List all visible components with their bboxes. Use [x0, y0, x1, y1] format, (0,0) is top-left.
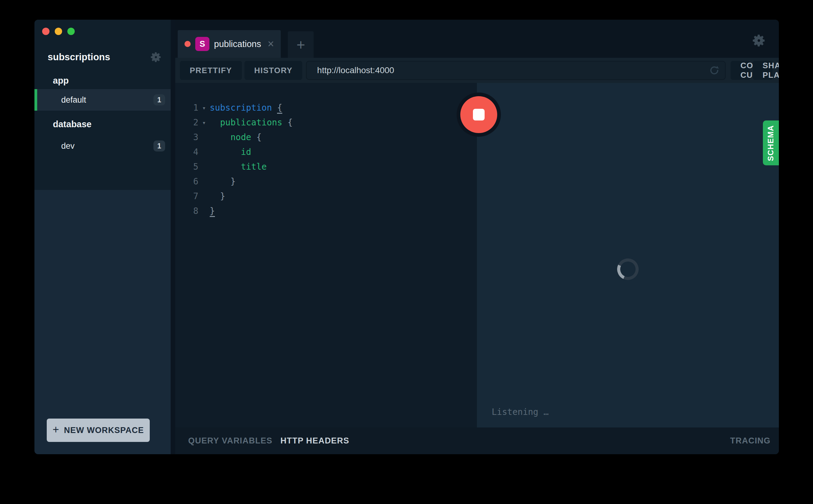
code-line: 2▾ publications { — [175, 115, 477, 130]
code-text: subscription { — [210, 100, 282, 115]
workspace-section-database: database — [34, 118, 171, 130]
code-text: title — [210, 159, 266, 174]
history-button[interactable]: HISTORY — [244, 61, 302, 80]
line-number: 1 — [175, 100, 198, 115]
code-line: 4 id — [175, 145, 477, 159]
session-count-badge: 1 — [153, 140, 165, 152]
session-count-badge: 1 — [153, 94, 165, 105]
minimize-window-button[interactable] — [55, 28, 62, 35]
new-workspace-button[interactable]: + NEW WORKSPACE — [47, 419, 150, 442]
stop-subscription-button[interactable] — [460, 96, 497, 133]
window-controls — [34, 20, 171, 35]
code-text: id — [210, 145, 251, 159]
line-number: 4 — [175, 145, 198, 159]
plus-icon: + — [53, 424, 59, 435]
fold-spacer — [198, 145, 210, 159]
query-editor[interactable]: 1▾subscription {2▾ publications {3 node … — [175, 83, 477, 427]
sidebar-header: subscriptions — [34, 50, 171, 64]
sidebar-workspace-list: subscriptions appdefault1databasedev1 — [34, 20, 171, 190]
endpoint-url-wrap — [306, 61, 726, 80]
sidebar-item-default[interactable]: default1 — [34, 89, 171, 111]
code-line: 1▾subscription { — [175, 100, 477, 115]
fold-arrow-icon[interactable]: ▾ — [198, 100, 210, 115]
fold-spacer — [198, 174, 210, 189]
sidebar: subscriptions appdefault1databasedev1 + … — [34, 20, 171, 454]
sidebar-title: subscriptions — [48, 52, 110, 63]
code-line: 6 } — [175, 174, 477, 189]
tab-bar: S publications × + — [175, 20, 779, 58]
line-number: 5 — [175, 159, 198, 174]
code-line: 8} — [175, 204, 477, 219]
schema-tab-button[interactable]: SCHEMA — [763, 120, 779, 165]
workspace-section-app: app — [34, 74, 171, 87]
tab-publications[interactable]: S publications × — [178, 30, 281, 58]
line-number: 7 — [175, 189, 198, 204]
workspace-label: default — [61, 95, 86, 105]
fold-spacer — [198, 159, 210, 174]
code-text: } — [210, 189, 225, 204]
listening-status: Listening … — [492, 407, 549, 417]
subscription-type-icon: S — [195, 37, 209, 51]
tab-title: publications — [214, 39, 261, 49]
new-tab-button[interactable]: + — [288, 31, 314, 58]
fold-spacer — [198, 204, 210, 219]
reload-schema-icon[interactable] — [708, 65, 720, 76]
settings-gear-icon[interactable] — [752, 33, 766, 48]
prettify-button[interactable]: PRETTIFY — [180, 61, 242, 80]
code-line: 3 node { — [175, 130, 477, 145]
code-text: publications { — [210, 115, 293, 130]
line-number: 2 — [175, 115, 198, 130]
copy-curl-button[interactable]: COPY CURL — [731, 61, 750, 80]
workspace-label: dev — [61, 141, 75, 151]
playground-window: subscriptions appdefault1databasedev1 + … — [34, 20, 779, 454]
endpoint-url-input[interactable] — [306, 61, 726, 80]
stop-icon — [473, 109, 485, 120]
fold-spacer — [198, 130, 210, 145]
sidebar-settings-gear-icon[interactable] — [150, 51, 162, 63]
tab-close-icon[interactable]: × — [267, 38, 274, 49]
code-line: 5 title — [175, 159, 477, 174]
tracing-tab[interactable]: TRACING — [730, 436, 771, 446]
query-variables-tab[interactable]: QUERY VARIABLES — [188, 436, 272, 446]
content-row: 1▾subscription {2▾ publications {3 node … — [175, 83, 779, 427]
code-text: node { — [210, 130, 262, 145]
code-line: 7 } — [175, 189, 477, 204]
sidebar-footer: + NEW WORKSPACE — [34, 190, 171, 454]
code-lines: 1▾subscription {2▾ publications {3 node … — [175, 100, 477, 219]
code-text: } — [210, 174, 235, 189]
fold-arrow-icon[interactable]: ▾ — [198, 115, 210, 130]
unsaved-dot-icon — [184, 41, 191, 47]
new-workspace-label: NEW WORKSPACE — [64, 426, 144, 435]
zoom-window-button[interactable] — [67, 28, 75, 35]
share-playground-button[interactable]: SHARE PLAYGROUND — [753, 61, 772, 80]
workspace-groups: appdefault1databasedev1 — [34, 74, 171, 157]
line-number: 3 — [175, 130, 198, 145]
code-text: } — [210, 204, 215, 219]
line-number: 6 — [175, 174, 198, 189]
sidebar-item-dev[interactable]: dev1 — [34, 135, 171, 157]
http-headers-tab[interactable]: HTTP HEADERS — [280, 436, 349, 446]
main-area: S publications × + PRETTIFY HISTORY COPY… — [175, 20, 779, 454]
close-window-button[interactable] — [42, 28, 49, 35]
bottom-bar: QUERY VARIABLES HTTP HEADERS TRACING — [175, 427, 779, 454]
toolbar: PRETTIFY HISTORY COPY CURL SHARE PLAYGRO… — [175, 58, 779, 83]
line-number: 8 — [175, 204, 198, 219]
loading-spinner-icon — [614, 255, 642, 283]
response-pane: Listening … SCHEMA — [477, 83, 779, 427]
fold-spacer — [198, 189, 210, 204]
schema-tab-label: SCHEMA — [767, 125, 776, 161]
